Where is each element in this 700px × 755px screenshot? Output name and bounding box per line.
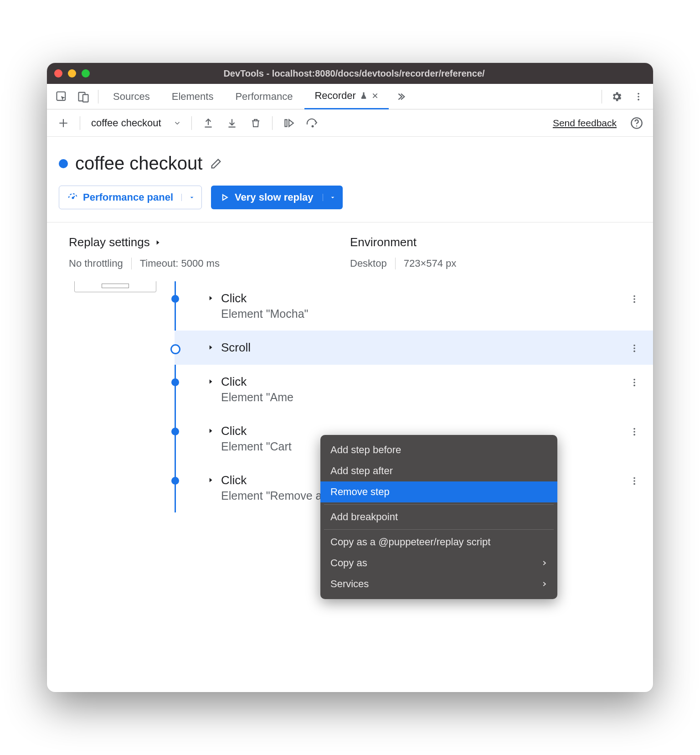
more-tabs-icon[interactable] (391, 87, 411, 107)
ctx-add-step-before[interactable]: Add step before (320, 440, 557, 460)
step-menu-icon[interactable] (629, 343, 639, 353)
divider (80, 116, 80, 130)
ctx-add-step-after[interactable]: Add step after (320, 460, 557, 481)
ctx-separator (324, 529, 554, 530)
expand-step-icon[interactable] (207, 476, 214, 484)
help-icon[interactable] (627, 113, 647, 133)
step-title: Click (221, 291, 308, 305)
step-over-icon[interactable] (303, 113, 323, 133)
step-menu-icon[interactable] (629, 427, 639, 437)
experiment-flask-icon (360, 92, 368, 100)
step-replay-icon[interactable] (279, 113, 299, 133)
svg-point-18 (633, 382, 635, 383)
minimize-window-button[interactable] (68, 69, 76, 78)
step-row-selected[interactable]: Scroll (175, 331, 653, 365)
ctx-label: Remove step (330, 486, 390, 498)
ctx-services[interactable]: Services (320, 574, 557, 595)
svg-point-17 (633, 379, 635, 381)
svg-point-10 (72, 197, 74, 199)
step-title: Scroll (221, 341, 251, 355)
delete-icon[interactable] (246, 113, 266, 133)
step-title: Click (221, 375, 293, 389)
environment-dimensions: 723×574 px (404, 258, 457, 269)
close-window-button[interactable] (54, 69, 62, 78)
export-icon[interactable] (198, 113, 218, 133)
svg-point-7 (311, 125, 314, 127)
edit-title-icon[interactable] (210, 157, 222, 170)
svg-point-15 (633, 347, 635, 349)
performance-dropdown-icon[interactable] (181, 194, 201, 201)
ctx-separator (324, 504, 554, 505)
replay-dropdown-icon[interactable] (323, 194, 343, 201)
step-menu-icon[interactable] (629, 294, 639, 304)
devtools-window: DevTools - localhost:8080/docs/devtools/… (47, 63, 653, 692)
replay-button[interactable]: Very slow replay (211, 186, 342, 209)
expand-step-icon[interactable] (207, 427, 214, 435)
ctx-label: Add breakpoint (330, 511, 398, 523)
recording-title: coffee checkout (75, 153, 202, 174)
button-label: Very slow replay (235, 191, 313, 203)
settings-gear-icon[interactable] (607, 87, 627, 107)
ctx-add-breakpoint[interactable]: Add breakpoint (320, 507, 557, 527)
timeline-node (171, 295, 179, 303)
inspect-element-icon[interactable] (51, 87, 72, 107)
step-menu-icon[interactable] (629, 476, 639, 486)
tab-elements[interactable]: Elements (162, 84, 224, 109)
device-toolbar-icon[interactable] (73, 87, 93, 107)
kebab-menu-icon[interactable] (628, 87, 649, 107)
divider (272, 116, 273, 130)
svg-point-11 (633, 295, 635, 297)
svg-point-14 (633, 345, 635, 346)
svg-point-20 (633, 428, 635, 430)
timeline-node (171, 378, 179, 386)
expand-step-icon[interactable] (207, 378, 214, 386)
ctx-label: Add step before (330, 444, 401, 456)
titlebar: DevTools - localhost:8080/docs/devtools/… (47, 63, 653, 84)
ctx-remove-step[interactable]: Remove step (320, 481, 557, 502)
recorder-toolbar: coffee checkout Send feedback (47, 109, 653, 137)
step-row[interactable]: Click Element "Ame (175, 365, 653, 414)
divider (131, 258, 132, 269)
expand-icon (154, 238, 161, 247)
recording-selector[interactable]: coffee checkout (87, 117, 166, 129)
maximize-window-button[interactable] (82, 69, 90, 78)
performance-panel-button[interactable]: Performance panel (59, 186, 202, 209)
svg-point-23 (633, 477, 635, 479)
svg-point-24 (633, 480, 635, 482)
ctx-label: Services (330, 578, 369, 590)
expand-step-icon[interactable] (207, 343, 214, 352)
step-menu-icon[interactable] (629, 378, 639, 388)
tab-recorder[interactable]: Recorder (304, 84, 388, 109)
ctx-copy-puppeteer[interactable]: Copy as a @puppeteer/replay script (320, 532, 557, 553)
environment-settings: Environment Desktop 723×574 px (350, 235, 631, 269)
step-title: Click (221, 424, 292, 438)
send-feedback-link[interactable]: Send feedback (553, 118, 617, 129)
tab-performance[interactable]: Performance (225, 84, 303, 109)
context-menu: Add step before Add step after Remove st… (320, 435, 557, 599)
tab-sources[interactable]: Sources (103, 84, 160, 109)
import-icon[interactable] (222, 113, 242, 133)
window-title: DevTools - localhost:8080/docs/devtools/… (90, 68, 618, 79)
ctx-copy-as[interactable]: Copy as (320, 553, 557, 574)
expand-step-icon[interactable] (207, 294, 214, 302)
throttling-value: No throttling (69, 258, 123, 269)
chevron-right-icon (541, 581, 547, 587)
button-label: Performance panel (83, 191, 173, 203)
chevron-right-icon (541, 560, 547, 566)
timeline-node (170, 344, 180, 354)
step-subtitle: Element "Cart (221, 440, 292, 453)
play-icon (220, 193, 229, 202)
timeline-node (171, 428, 179, 435)
close-tab-icon[interactable] (371, 92, 379, 99)
divider (395, 258, 396, 269)
step-subtitle: Element "Ame (221, 391, 293, 404)
svg-point-16 (633, 351, 635, 352)
step-row[interactable]: Click Element "Mocha" (175, 281, 653, 331)
svg-point-4 (638, 96, 639, 98)
divider (602, 90, 602, 103)
recording-dropdown-icon[interactable] (170, 113, 185, 133)
step-subtitle: Element "Mocha" (221, 307, 308, 321)
replay-settings[interactable]: Replay settings No throttling Timeout: 5… (69, 235, 350, 269)
new-recording-icon[interactable] (53, 113, 73, 133)
recording-header: coffee checkout Performance panel (47, 137, 653, 222)
